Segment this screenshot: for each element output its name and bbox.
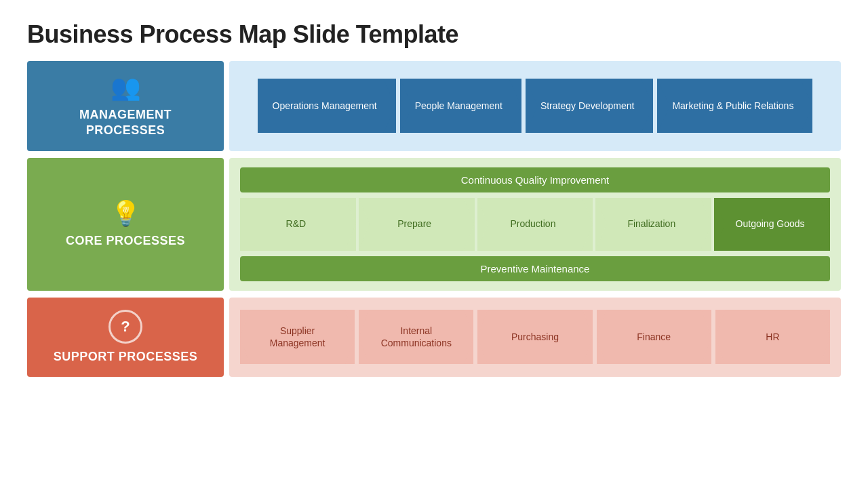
support-item-3: Finance (597, 310, 711, 364)
core-row: 💡 CORE PROCESSES Continuous Quality Impr… (27, 158, 841, 291)
support-icon: ? (108, 310, 142, 344)
core-arrow-row: R&D Prepare Production Finalization Outg… (240, 198, 830, 251)
core-item-1: Prepare (359, 198, 475, 251)
diagram: 👥 MANAGEMENT PROCESSES Operations Manage… (27, 61, 841, 377)
support-content: Supplier Management Internal Communicati… (229, 298, 841, 377)
management-title: MANAGEMENT PROCESSES (38, 107, 213, 139)
management-chevron-row: Operations Management People Management … (240, 70, 830, 142)
support-row: ? SUPPORT PROCESSES Supplier Management … (27, 298, 841, 377)
management-item-1: People Management (400, 79, 521, 133)
core-item-0: R&D (240, 198, 356, 251)
bottom-banner: Preventive Maintenance (240, 256, 830, 281)
core-content: Continuous Quality Improvement R&D Prepa… (229, 158, 841, 291)
support-hex-row: Supplier Management Internal Communicati… (240, 310, 830, 364)
support-item-2: Purchasing (477, 310, 592, 364)
management-item-3: Marketing & Public Relations (657, 79, 812, 133)
support-label-cell: ? SUPPORT PROCESSES (27, 298, 224, 377)
top-banner: Continuous Quality Improvement (240, 167, 830, 192)
core-label-cell: 💡 CORE PROCESSES (27, 158, 224, 291)
core-icon: 💡 (111, 199, 141, 228)
management-item-2: Strategy Development (526, 79, 654, 133)
management-icon: 👥 (111, 73, 141, 102)
support-item-4: HR (715, 310, 830, 364)
core-title: CORE PROCESSES (66, 233, 185, 249)
management-row: 👥 MANAGEMENT PROCESSES Operations Manage… (27, 61, 841, 151)
core-item-4: Outgoing Goods (714, 198, 830, 251)
support-item-0: Supplier Management (240, 310, 355, 364)
management-content: Operations Management People Management … (229, 61, 841, 151)
core-item-3: Finalization (595, 198, 711, 251)
core-item-2: Production (477, 198, 593, 251)
page-title: Business Process Map Slide Template (27, 20, 841, 49)
management-item-0: Operations Management (258, 79, 396, 133)
support-title: SUPPORT PROCESSES (54, 349, 198, 365)
support-item-1: Internal Communications (359, 310, 473, 364)
management-label-cell: 👥 MANAGEMENT PROCESSES (27, 61, 224, 151)
